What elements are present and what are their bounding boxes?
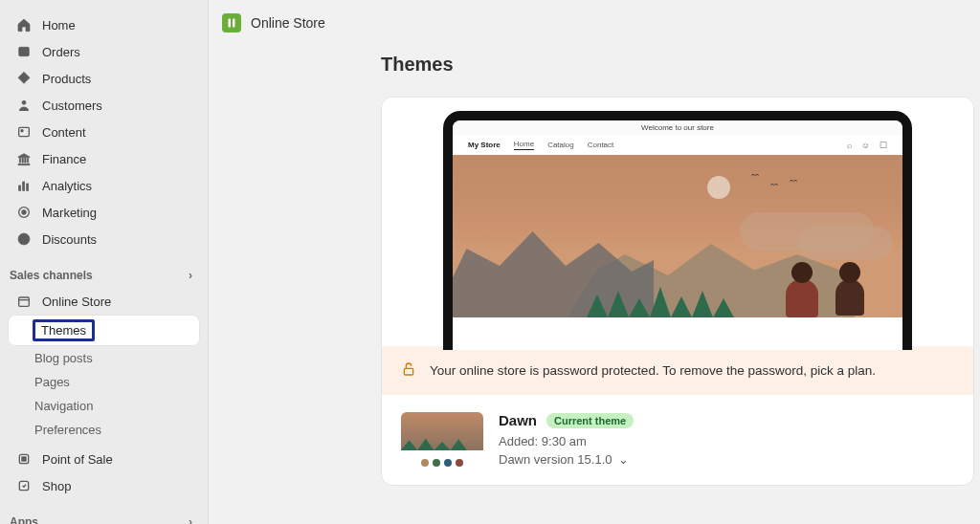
svg-rect-14 <box>229 19 232 28</box>
nav-analytics[interactable]: Analytics <box>8 172 200 199</box>
nav-label: Content <box>42 125 86 140</box>
orders-icon <box>15 43 33 60</box>
nav-finance[interactable]: Finance <box>8 145 200 172</box>
search-icon: ⌕ <box>847 141 852 150</box>
svg-rect-6 <box>27 184 29 190</box>
nav-products[interactable]: Products <box>8 65 200 92</box>
nav-label: Analytics <box>42 179 92 193</box>
preview-link-catalog: Catalog <box>547 141 574 149</box>
theme-added: Added: 9:30 am <box>499 434 954 448</box>
chevron-right-icon: › <box>189 269 192 282</box>
subnav-pages[interactable]: Pages <box>8 370 200 394</box>
preview-store-name: My Store <box>468 141 501 149</box>
nav-shop[interactable]: Shop <box>8 472 200 499</box>
banner-text: Your online store is password protected.… <box>430 363 876 378</box>
svg-rect-5 <box>23 182 25 190</box>
theme-footer: Dawn Current theme Added: 9:30 am Dawn v… <box>382 395 973 485</box>
password-banner: Your online store is password protected.… <box>382 346 973 395</box>
theme-preview: Welcome to our store My Store Home Catal… <box>382 98 973 346</box>
page-title: Themes <box>381 54 980 76</box>
svg-rect-16 <box>404 368 412 375</box>
preview-link-contact: Contact <box>588 141 614 149</box>
theme-version-row[interactable]: Dawn version 15.1.0 ⌄ <box>499 452 954 467</box>
breadcrumb: Online Store <box>222 13 980 33</box>
discount-icon <box>15 230 33 248</box>
nav-label: Point of Sale <box>42 452 113 467</box>
svg-point-1 <box>22 100 26 104</box>
nav-home[interactable]: Home <box>8 11 200 38</box>
nav-label: Finance <box>42 152 86 166</box>
preview-nav: My Store Home Catalog Contact ⌕ ☺ ☐ <box>453 135 902 155</box>
nav-label: Online Store <box>42 295 111 309</box>
target-icon <box>15 204 33 221</box>
subnav-preferences[interactable]: Preferences <box>8 418 200 442</box>
app-icon <box>222 13 241 33</box>
image-icon <box>15 123 33 141</box>
svg-rect-15 <box>233 19 235 28</box>
subnav-navigation[interactable]: Navigation <box>8 394 200 418</box>
nav-content[interactable]: Content <box>8 119 200 145</box>
svg-rect-10 <box>19 297 30 306</box>
person-icon <box>15 97 33 114</box>
nav-orders[interactable]: Orders <box>8 38 200 65</box>
svg-rect-13 <box>19 481 28 490</box>
nav-label: Products <box>42 72 91 86</box>
lock-icon <box>401 361 416 380</box>
account-icon: ☺ <box>861 141 870 150</box>
breadcrumb-label: Online Store <box>251 15 325 31</box>
nav-customers[interactable]: Customers <box>8 92 200 119</box>
theme-version: Dawn version 15.1.0 <box>499 452 612 467</box>
nav-label: Orders <box>42 45 80 59</box>
sales-channels-header[interactable]: Sales channels › <box>8 262 200 288</box>
svg-point-8 <box>22 210 26 214</box>
svg-rect-4 <box>19 186 21 190</box>
nav-marketing[interactable]: Marketing <box>8 199 200 226</box>
current-theme-badge: Current theme <box>546 413 634 428</box>
chevron-right-icon: › <box>189 515 192 524</box>
preview-link-home: Home <box>514 140 534 150</box>
device-frame: Welcome to our store My Store Home Catal… <box>443 111 912 350</box>
svg-rect-12 <box>22 457 26 461</box>
store-icon <box>15 293 33 310</box>
main: Online Store Themes Welcome to our store… <box>209 0 980 524</box>
subnav-themes[interactable]: Themes <box>8 315 200 346</box>
theme-card: Welcome to our store My Store Home Catal… <box>381 97 974 486</box>
nav-label: Marketing <box>42 206 97 220</box>
home-icon <box>15 16 33 33</box>
nav-discounts[interactable]: Discounts <box>8 226 200 252</box>
svg-point-9 <box>18 233 30 245</box>
nav-label: Shop <box>42 479 71 493</box>
nav-label: Discounts <box>42 232 97 247</box>
nav-label: Customers <box>42 98 102 113</box>
svg-rect-0 <box>19 47 30 55</box>
nav-online-store[interactable]: Online Store <box>8 288 200 315</box>
subnav-blog-posts[interactable]: Blog posts <box>8 346 200 370</box>
chevron-down-icon: ⌄ <box>618 452 629 467</box>
sidebar: Home Orders Products Customers Content F… <box>0 0 209 524</box>
svg-point-3 <box>21 130 23 132</box>
preview-announcement: Welcome to our store <box>453 120 902 135</box>
shop-icon <box>15 477 33 494</box>
bank-icon <box>15 150 33 167</box>
theme-name: Dawn <box>499 412 537 428</box>
preview-hero <box>453 155 902 317</box>
nav-point-of-sale[interactable]: Point of Sale <box>8 446 200 472</box>
tag-icon <box>15 70 33 87</box>
bag-icon: ☐ <box>880 141 887 150</box>
theme-thumbnail <box>401 412 483 475</box>
chart-icon <box>15 177 33 194</box>
apps-header[interactable]: Apps › <box>8 509 200 524</box>
nav-label: Home <box>42 18 76 33</box>
svg-rect-2 <box>19 127 30 136</box>
pos-icon <box>15 450 33 468</box>
